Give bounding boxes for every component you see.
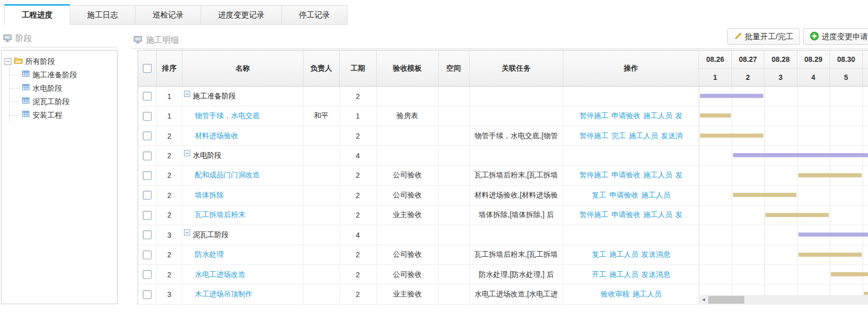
- progress-change-request-button[interactable]: 进度变更申请: [803, 28, 868, 45]
- tab-project-progress[interactable]: 工程进度: [4, 4, 70, 25]
- tree-node-all-stages[interactable]: − 所有阶段: [5, 55, 114, 68]
- tab-work-stoppage-records[interactable]: 停工记录: [281, 5, 347, 25]
- tree-item[interactable]: 泥瓦工阶段: [10, 95, 114, 108]
- operation-link[interactable]: 申请验收: [611, 171, 640, 180]
- toolbar: 批量开工/完工 进度变更申请: [727, 28, 868, 45]
- select-all-checkbox[interactable]: [143, 64, 152, 73]
- row-checkbox[interactable]: [143, 131, 152, 140]
- operation-link[interactable]: 申请验收: [611, 210, 640, 220]
- row-checkbox[interactable]: [143, 112, 152, 121]
- operation-link[interactable]: 复工: [592, 191, 606, 200]
- task-name-link[interactable]: 水电工进场改造: [195, 270, 245, 279]
- stage-tree-panel: − 所有阶段 施工准备阶段水电阶段泥瓦工阶段安装工程: [1, 50, 118, 304]
- duration-cell: 2: [340, 186, 377, 205]
- name-cell: 配和成品门门洞改造: [182, 166, 304, 185]
- scrollbar-thumb[interactable]: [708, 296, 744, 304]
- task-name-link[interactable]: 木工进场吊顶制作: [195, 290, 253, 299]
- operation-link[interactable]: 施工人员: [632, 290, 661, 299]
- operation-link[interactable]: 发: [675, 171, 682, 180]
- operation-link[interactable]: 发送消息: [641, 250, 670, 259]
- scroll-left-arrow-icon[interactable]: ◄: [699, 295, 708, 305]
- gantt-date-label: 08.26: [699, 51, 732, 68]
- operation-link[interactable]: 复工: [592, 250, 606, 259]
- space-cell: [439, 106, 470, 125]
- task-name-link[interactable]: 墙体拆除: [195, 191, 224, 200]
- operation-link[interactable]: 完工: [611, 131, 626, 141]
- collapse-icon[interactable]: −: [184, 150, 190, 156]
- operation-link[interactable]: 暂停施工: [579, 111, 608, 121]
- tab-construction-log[interactable]: 施工日志: [70, 5, 136, 25]
- sort-cell: 2: [157, 186, 182, 205]
- gantt-bar[interactable]: [700, 113, 731, 118]
- row-checkbox[interactable]: [143, 251, 152, 259]
- operation-link[interactable]: 施工人员: [609, 270, 638, 279]
- task-name-link[interactable]: 物管手续，水电交底: [195, 111, 260, 121]
- operation-link[interactable]: 发送消: [661, 131, 682, 141]
- sort-cell: 1: [157, 87, 182, 106]
- operation-link[interactable]: 开工: [592, 270, 606, 279]
- task-name-link[interactable]: 配和成品门门洞改造: [195, 171, 260, 180]
- collapse-icon[interactable]: −: [184, 229, 190, 236]
- collapse-icon[interactable]: −: [184, 91, 190, 97]
- tree-item[interactable]: 安装工程: [10, 108, 114, 122]
- gantt-date-label: 08.29: [797, 51, 830, 68]
- duration-cell: 2: [340, 265, 377, 284]
- checkbox-cell: [138, 126, 157, 145]
- operation-link[interactable]: 施工人员: [643, 171, 672, 180]
- checkbox-cell: [138, 87, 157, 106]
- task-name-link[interactable]: 瓦工拆墙后粉末: [195, 210, 245, 220]
- name-cell: 木工进场吊顶制作: [182, 285, 304, 304]
- operation-link[interactable]: 施工人员: [629, 131, 658, 141]
- gantt-horizontal-scrollbar[interactable]: ◄: [699, 295, 868, 305]
- gantt-bar[interactable]: [831, 272, 868, 276]
- row-checkbox[interactable]: [143, 270, 152, 279]
- tree-item[interactable]: 施工准备阶段: [10, 68, 114, 81]
- operation-link[interactable]: 施工人员: [641, 191, 670, 200]
- row-checkbox[interactable]: [143, 191, 152, 200]
- tree-item[interactable]: 水电阶段: [10, 81, 114, 95]
- operation-link[interactable]: 验收审核: [600, 290, 629, 299]
- gantt-bar[interactable]: [700, 94, 763, 98]
- row-checkbox[interactable]: [143, 230, 152, 239]
- operation-link[interactable]: 发送消息: [641, 270, 670, 279]
- gantt-bar[interactable]: [798, 173, 862, 177]
- gantt-bar[interactable]: [733, 193, 796, 197]
- operation-link[interactable]: 暂停施工: [579, 171, 608, 180]
- sort-cell: 3: [157, 285, 182, 304]
- gantt-bar[interactable]: [700, 134, 763, 138]
- operation-link[interactable]: 暂停施工: [579, 131, 608, 141]
- operation-link[interactable]: 施工人员: [609, 250, 638, 259]
- gantt-bar[interactable]: [765, 213, 829, 217]
- batch-start-finish-button[interactable]: 批量开工/完工: [727, 28, 800, 45]
- stage-panel-title: 阶段: [15, 34, 32, 44]
- task-name-link[interactable]: 防水处理: [195, 250, 224, 259]
- operation-link[interactable]: 发: [675, 111, 682, 121]
- space-cell: [439, 126, 470, 145]
- operation-link[interactable]: 暂停施工: [579, 210, 608, 220]
- owner-cell: [304, 146, 340, 165]
- stage-panel-header: 阶段: [1, 34, 118, 47]
- gantt-bar[interactable]: [733, 153, 868, 157]
- gantt-bar[interactable]: [798, 233, 868, 237]
- operation-link[interactable]: 申请验收: [609, 191, 638, 200]
- owner-cell: 和平: [304, 106, 340, 125]
- operation-link[interactable]: 施工人员: [643, 210, 672, 220]
- row-checkbox[interactable]: [143, 290, 152, 299]
- operation-link[interactable]: 发: [675, 210, 682, 220]
- row-checkbox[interactable]: [143, 152, 152, 160]
- row-checkbox[interactable]: [143, 92, 152, 101]
- tab-progress-change-records[interactable]: 进度变更记录: [201, 5, 282, 25]
- row-checkbox[interactable]: [143, 211, 152, 220]
- gantt-days-row: 12345: [699, 69, 868, 87]
- operation-link[interactable]: 施工人员: [643, 111, 672, 121]
- row-checkbox[interactable]: [143, 171, 152, 180]
- template-cell: 业主验收: [377, 206, 439, 225]
- operation-link[interactable]: 申请验收: [611, 111, 640, 121]
- checkbox-cell: [138, 166, 157, 185]
- gantt-bar[interactable]: [798, 253, 862, 257]
- tab-inspection-records[interactable]: 巡检记录: [135, 5, 201, 25]
- task-row: 2水电工进场改造2公司验收防水处理,[防水处理,] 后开工施工人员发送消息: [138, 265, 868, 285]
- owner-cell: [304, 166, 340, 185]
- collapse-icon[interactable]: −: [5, 58, 11, 65]
- task-name-link[interactable]: 材料进场验收: [195, 131, 238, 141]
